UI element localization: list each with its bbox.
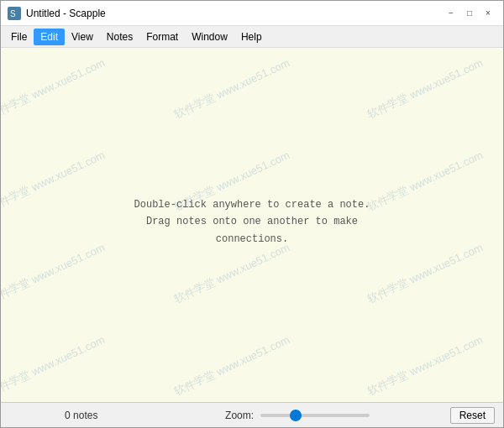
watermark-6: 软件学堂 www.xue51.com [365, 148, 486, 215]
menu-item-edit[interactable]: Edit [34, 29, 65, 45]
reset-button[interactable]: Reset [450, 407, 495, 424]
hint-line-2: Drag notes onto one another to make conn… [127, 214, 378, 248]
minimize-button[interactable]: − [443, 5, 459, 22]
canvas-area[interactable]: 软件学堂 www.xue51.com 软件学堂 www.xue51.com 软件… [1, 48, 503, 402]
close-button[interactable]: × [480, 5, 496, 22]
watermark-7: 软件学堂 www.xue51.com [1, 240, 108, 307]
watermark-4: 软件学堂 www.xue51.com [1, 148, 108, 215]
title-bar: S Untitled - Scapple − □ × [1, 1, 503, 26]
status-bar: 0 notes Zoom: Reset [1, 402, 503, 427]
svg-text:S: S [10, 9, 16, 18]
menu-item-file[interactable]: File [4, 29, 34, 45]
watermark-3: 软件学堂 www.xue51.com [365, 55, 486, 123]
watermark-8: 软件学堂 www.xue51.com [171, 240, 292, 307]
menu-item-notes[interactable]: Notes [100, 29, 139, 45]
zoom-section: Zoom: [154, 410, 442, 421]
watermark-12: 软件学堂 www.xue51.com [365, 332, 486, 399]
app-window: S Untitled - Scapple − □ × FileEditViewN… [0, 0, 504, 428]
watermark-10: 软件学堂 www.xue51.com [1, 332, 108, 399]
menu-item-format[interactable]: Format [139, 29, 185, 45]
menu-item-help[interactable]: Help [234, 29, 269, 45]
maximize-button[interactable]: □ [461, 5, 478, 22]
notes-count: 0 notes [9, 410, 154, 421]
app-icon: S [8, 7, 21, 20]
title-bar-controls: − □ × [443, 5, 496, 22]
menu-bar: FileEditViewNotesFormatWindowHelp [1, 26, 503, 48]
watermark-9: 软件学堂 www.xue51.com [365, 240, 486, 307]
hint-line-1: Double-click anywhere to create a note. [127, 196, 378, 213]
hint-text: Double-click anywhere to create a note. … [127, 196, 378, 248]
menu-item-window[interactable]: Window [185, 29, 234, 45]
zoom-slider[interactable] [260, 414, 370, 417]
window-title: Untitled - Scapple [26, 8, 106, 19]
watermark-2: 软件学堂 www.xue51.com [171, 55, 292, 123]
watermark-11: 软件学堂 www.xue51.com [171, 332, 292, 399]
watermark-1: 软件学堂 www.xue51.com [1, 55, 108, 123]
title-bar-left: S Untitled - Scapple [8, 7, 106, 20]
zoom-label: Zoom: [225, 410, 254, 421]
menu-item-view[interactable]: View [65, 29, 100, 45]
